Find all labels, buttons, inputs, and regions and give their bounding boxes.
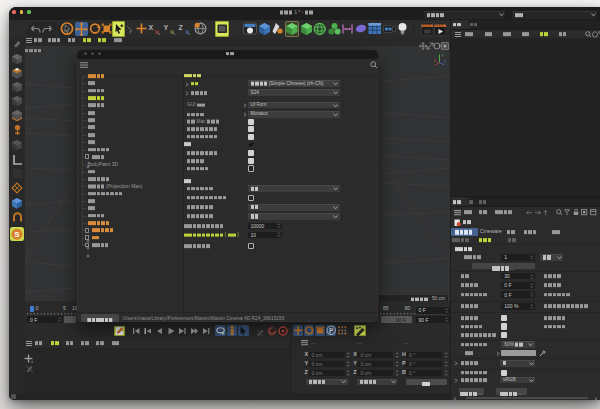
svg-text:X: X bbox=[434, 58, 437, 63]
svg-text:P: P bbox=[329, 327, 334, 334]
svg-text:Z: Z bbox=[444, 59, 447, 64]
svg-text:S: S bbox=[14, 229, 19, 238]
svg-text:Y: Y bbox=[441, 53, 444, 58]
